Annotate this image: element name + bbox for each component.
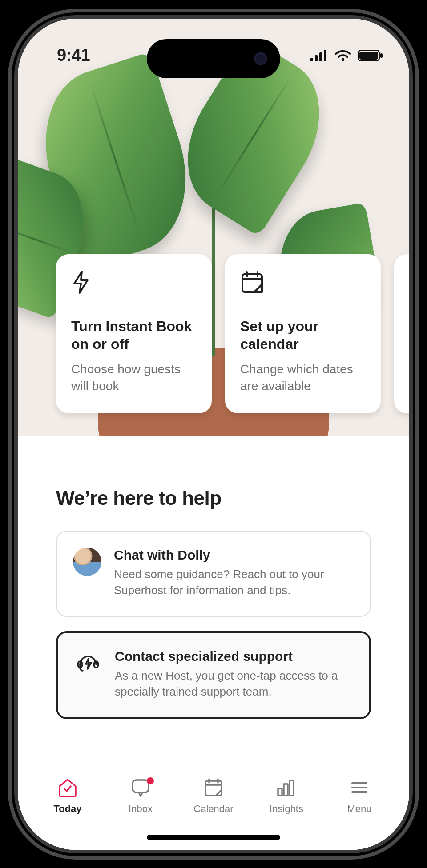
svg-rect-2 (319, 52, 322, 61)
home-indicator (147, 835, 280, 840)
card-instant-book[interactable]: Turn Instant Book on or off Choose how g… (56, 254, 212, 413)
wifi-icon (334, 49, 351, 62)
headset-bolt-icon (74, 649, 102, 677)
card-title: Turn Instant Book on or off (71, 317, 197, 353)
cellular-icon (310, 50, 328, 61)
calendar-fold-icon (203, 777, 224, 800)
svg-rect-6 (359, 52, 378, 60)
status-icons (310, 49, 383, 62)
dynamic-island (147, 39, 280, 78)
tab-menu[interactable]: Menu (333, 778, 386, 815)
bars-icon (276, 778, 297, 799)
help-list: Chat with Dolly Need some guidance? Reac… (18, 531, 409, 719)
svg-rect-0 (310, 58, 313, 61)
status-time: 9:41 (44, 46, 90, 65)
calendar-fold-icon (240, 270, 366, 295)
card-subtitle: Change which dates are available (240, 361, 366, 395)
notification-badge (147, 777, 154, 784)
card-setup-calendar[interactable]: Set up your calendar Change which dates … (225, 254, 381, 413)
tab-calendar[interactable]: Calendar (187, 778, 240, 815)
battery-icon (358, 50, 383, 61)
tab-inbox[interactable]: Inbox (114, 778, 167, 815)
house-check-icon (57, 777, 78, 800)
svg-rect-14 (278, 788, 282, 796)
svg-rect-3 (324, 50, 326, 61)
card-title: Set up your calendar (240, 317, 366, 353)
tab-label: Insights (270, 803, 303, 815)
card-subtitle: Choose how guests will book (71, 361, 197, 395)
help-card-title: Contact specialized support (115, 649, 353, 664)
svg-rect-16 (290, 780, 294, 796)
svg-rect-15 (284, 784, 288, 796)
tab-insights[interactable]: Insights (260, 778, 313, 815)
svg-rect-1 (315, 55, 318, 61)
tab-label: Calendar (193, 803, 233, 815)
svg-point-4 (342, 58, 344, 60)
help-card-contact-support[interactable]: Contact specialized support As a new Hos… (56, 631, 371, 719)
hamburger-icon (350, 779, 369, 798)
tab-label: Today (53, 803, 81, 815)
quick-action-cards[interactable]: Turn Instant Book on or off Choose how g… (18, 254, 409, 413)
svg-rect-13 (205, 781, 222, 796)
superhost-avatar (73, 548, 101, 576)
help-card-chat-superhost[interactable]: Chat with Dolly Need some guidance? Reac… (56, 531, 371, 617)
content-area: We’re here to help Chat with Dolly Need … (18, 436, 409, 850)
svg-rect-7 (380, 53, 383, 58)
help-card-subtitle: Need some guidance? Reach out to your Su… (114, 566, 354, 598)
tab-today[interactable]: Today (41, 778, 94, 815)
phone-frame: 9:41 Turn Instant Book on or off (18, 19, 409, 850)
tab-label: Inbox (129, 803, 153, 815)
help-heading: We’re here to help (18, 436, 409, 531)
help-card-subtitle: As a new Host, you get one-tap access to… (115, 668, 353, 700)
tab-label: Menu (347, 803, 371, 815)
bolt-icon (71, 270, 197, 295)
svg-rect-12 (133, 780, 149, 792)
help-card-title: Chat with Dolly (114, 548, 354, 563)
card-partial[interactable]: P C (394, 254, 409, 413)
